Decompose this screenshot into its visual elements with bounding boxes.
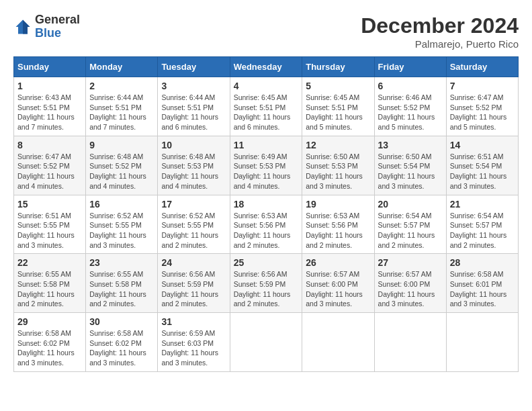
calendar-day-cell: 20 Sunrise: 6:54 AMSunset: 5:57 PMDaylig… — [374, 195, 446, 254]
calendar-week-row: 8 Sunrise: 6:47 AMSunset: 5:52 PMDayligh… — [14, 136, 519, 195]
day-number: 21 — [450, 199, 515, 210]
calendar-day-cell: 3 Sunrise: 6:44 AMSunset: 5:51 PMDayligh… — [158, 77, 230, 136]
logo-icon — [13, 17, 32, 36]
svg-marker-1 — [23, 19, 30, 34]
page-header: General Blue December 2024 Palmarejo, Pu… — [13, 13, 519, 50]
day-number: 31 — [161, 316, 226, 327]
day-info: Sunrise: 6:55 AMSunset: 5:58 PMDaylight:… — [89, 270, 146, 308]
day-info: Sunrise: 6:51 AMSunset: 5:54 PMDaylight:… — [450, 152, 507, 190]
calendar-day-cell: 10 Sunrise: 6:48 AMSunset: 5:53 PMDaylig… — [158, 136, 230, 195]
weekday-header-cell: Thursday — [302, 57, 374, 77]
calendar-day-cell: 6 Sunrise: 6:46 AMSunset: 5:52 PMDayligh… — [374, 77, 446, 136]
day-number: 7 — [450, 81, 515, 91]
day-info: Sunrise: 6:51 AMSunset: 5:55 PMDaylight:… — [17, 212, 75, 249]
day-number: 6 — [378, 81, 443, 91]
day-number: 12 — [306, 140, 370, 150]
month-title: December 2024 — [361, 13, 519, 38]
calendar-day-cell: 7 Sunrise: 6:47 AMSunset: 5:52 PMDayligh… — [446, 77, 518, 136]
day-number: 29 — [17, 316, 82, 327]
weekday-header: SundayMondayTuesdayWednesdayThursdayFrid… — [14, 57, 519, 77]
day-info: Sunrise: 6:55 AMSunset: 5:58 PMDaylight:… — [17, 270, 75, 308]
calendar-day-cell: 31 Sunrise: 6:59 AMSunset: 6:03 PMDaylig… — [158, 313, 230, 372]
day-info: Sunrise: 6:53 AMSunset: 5:56 PMDaylight:… — [234, 212, 291, 249]
calendar-week-row: 29 Sunrise: 6:58 AMSunset: 6:02 PMDaylig… — [14, 313, 519, 372]
day-number: 1 — [17, 81, 82, 91]
day-number: 16 — [89, 199, 154, 210]
calendar-day-cell: 9 Sunrise: 6:48 AMSunset: 5:52 PMDayligh… — [86, 136, 158, 195]
day-number: 24 — [161, 257, 226, 268]
calendar-day-cell: 12 Sunrise: 6:50 AMSunset: 5:53 PMDaylig… — [302, 136, 374, 195]
day-number: 13 — [378, 140, 443, 150]
calendar-day-cell: 16 Sunrise: 6:52 AMSunset: 5:55 PMDaylig… — [86, 195, 158, 254]
day-info: Sunrise: 6:58 AMSunset: 6:02 PMDaylight:… — [17, 329, 75, 367]
day-info: Sunrise: 6:45 AMSunset: 5:51 PMDaylight:… — [306, 93, 363, 131]
calendar-day-cell: 11 Sunrise: 6:49 AMSunset: 5:53 PMDaylig… — [230, 136, 302, 195]
day-number: 3 — [161, 81, 226, 91]
calendar-day-cell: 27 Sunrise: 6:57 AMSunset: 6:00 PMDaylig… — [374, 254, 446, 313]
day-info: Sunrise: 6:57 AMSunset: 6:00 PMDaylight:… — [378, 270, 435, 308]
day-number: 15 — [17, 199, 82, 210]
day-number: 27 — [378, 257, 443, 268]
calendar-day-cell: 30 Sunrise: 6:58 AMSunset: 6:02 PMDaylig… — [86, 313, 158, 372]
calendar-day-cell: 22 Sunrise: 6:55 AMSunset: 5:58 PMDaylig… — [14, 254, 86, 313]
day-info: Sunrise: 6:50 AMSunset: 5:54 PMDaylight:… — [378, 152, 435, 190]
calendar-day-cell: 18 Sunrise: 6:53 AMSunset: 5:56 PMDaylig… — [230, 195, 302, 254]
day-info: Sunrise: 6:52 AMSunset: 5:55 PMDaylight:… — [161, 212, 218, 249]
day-info: Sunrise: 6:44 AMSunset: 5:51 PMDaylight:… — [89, 93, 146, 131]
day-info: Sunrise: 6:59 AMSunset: 6:03 PMDaylight:… — [161, 329, 218, 367]
day-info: Sunrise: 6:57 AMSunset: 6:00 PMDaylight:… — [306, 270, 363, 308]
day-number: 26 — [306, 257, 370, 268]
calendar-day-cell: 5 Sunrise: 6:45 AMSunset: 5:51 PMDayligh… — [302, 77, 374, 136]
day-info: Sunrise: 6:58 AMSunset: 6:02 PMDaylight:… — [89, 329, 146, 367]
day-info: Sunrise: 6:56 AMSunset: 5:59 PMDaylight:… — [234, 270, 291, 308]
day-number: 9 — [89, 140, 154, 150]
calendar-day-cell: 15 Sunrise: 6:51 AMSunset: 5:55 PMDaylig… — [14, 195, 86, 254]
title-area: December 2024 Palmarejo, Puerto Rico — [361, 13, 519, 50]
day-info: Sunrise: 6:45 AMSunset: 5:51 PMDaylight:… — [234, 93, 291, 131]
day-info: Sunrise: 6:47 AMSunset: 5:52 PMDaylight:… — [450, 93, 507, 131]
day-info: Sunrise: 6:58 AMSunset: 6:01 PMDaylight:… — [450, 270, 507, 308]
calendar-day-cell — [374, 313, 446, 372]
weekday-header-cell: Tuesday — [158, 57, 230, 77]
calendar-day-cell: 8 Sunrise: 6:47 AMSunset: 5:52 PMDayligh… — [14, 136, 86, 195]
weekday-header-cell: Friday — [374, 57, 446, 77]
weekday-header-cell: Wednesday — [230, 57, 302, 77]
location-title: Palmarejo, Puerto Rico — [361, 38, 519, 50]
calendar-day-cell: 13 Sunrise: 6:50 AMSunset: 5:54 PMDaylig… — [374, 136, 446, 195]
day-number: 11 — [234, 140, 299, 150]
day-number: 14 — [450, 140, 515, 150]
calendar-week-row: 22 Sunrise: 6:55 AMSunset: 5:58 PMDaylig… — [14, 254, 519, 313]
day-info: Sunrise: 6:52 AMSunset: 5:55 PMDaylight:… — [89, 212, 146, 249]
calendar-day-cell: 14 Sunrise: 6:51 AMSunset: 5:54 PMDaylig… — [446, 136, 518, 195]
day-info: Sunrise: 6:54 AMSunset: 5:57 PMDaylight:… — [378, 212, 435, 249]
day-number: 4 — [234, 81, 299, 91]
calendar-day-cell: 28 Sunrise: 6:58 AMSunset: 6:01 PMDaylig… — [446, 254, 518, 313]
calendar-day-cell: 19 Sunrise: 6:53 AMSunset: 5:56 PMDaylig… — [302, 195, 374, 254]
day-number: 18 — [234, 199, 299, 210]
day-info: Sunrise: 6:54 AMSunset: 5:57 PMDaylight:… — [450, 212, 507, 249]
day-info: Sunrise: 6:48 AMSunset: 5:53 PMDaylight:… — [161, 152, 218, 190]
day-number: 30 — [89, 316, 154, 327]
calendar-day-cell: 25 Sunrise: 6:56 AMSunset: 5:59 PMDaylig… — [230, 254, 302, 313]
day-number: 10 — [161, 140, 226, 150]
calendar-body: 1 Sunrise: 6:43 AMSunset: 5:51 PMDayligh… — [14, 77, 519, 372]
calendar-day-cell — [230, 313, 302, 372]
calendar-week-row: 1 Sunrise: 6:43 AMSunset: 5:51 PMDayligh… — [14, 77, 519, 136]
day-number: 23 — [89, 257, 154, 268]
logo-blue: Blue — [35, 27, 80, 40]
day-number: 25 — [234, 257, 299, 268]
day-number: 22 — [17, 257, 82, 268]
day-number: 5 — [306, 81, 370, 91]
calendar-day-cell: 2 Sunrise: 6:44 AMSunset: 5:51 PMDayligh… — [86, 77, 158, 136]
calendar-day-cell — [446, 313, 518, 372]
day-number: 19 — [306, 199, 370, 210]
calendar-day-cell: 23 Sunrise: 6:55 AMSunset: 5:58 PMDaylig… — [86, 254, 158, 313]
calendar-week-row: 15 Sunrise: 6:51 AMSunset: 5:55 PMDaylig… — [14, 195, 519, 254]
weekday-header-cell: Sunday — [14, 57, 86, 77]
calendar-day-cell: 26 Sunrise: 6:57 AMSunset: 6:00 PMDaylig… — [302, 254, 374, 313]
weekday-header-cell: Saturday — [446, 57, 518, 77]
day-info: Sunrise: 6:43 AMSunset: 5:51 PMDaylight:… — [17, 93, 75, 131]
logo-text: General Blue — [35, 13, 80, 40]
weekday-header-cell: Monday — [86, 57, 158, 77]
day-number: 20 — [378, 199, 443, 210]
